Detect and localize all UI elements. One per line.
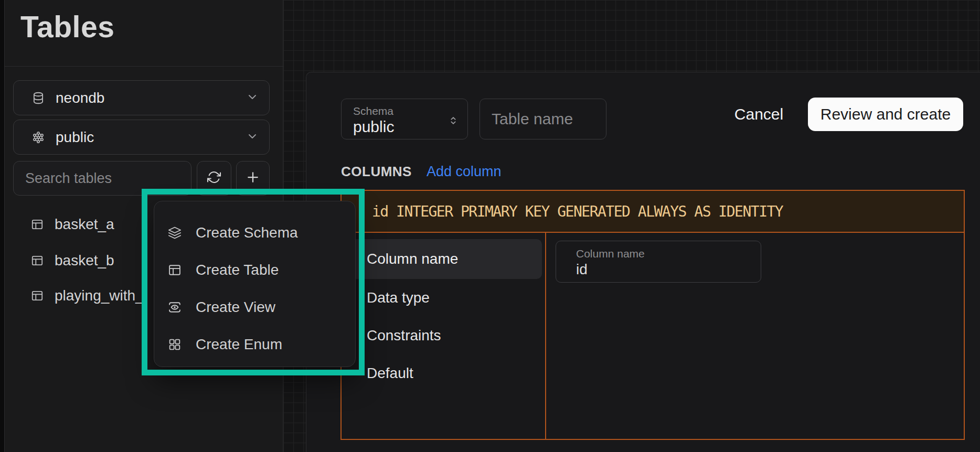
column-editor-body: Column name Data type Constraints Defaul… (342, 233, 964, 439)
database-icon (31, 91, 45, 105)
schema-field-select[interactable]: Schema public (341, 99, 468, 139)
nav-item-column-name[interactable]: Column name (347, 239, 542, 279)
column-editor-detail: Column name id (546, 233, 964, 439)
table-name: basket_a (55, 216, 114, 233)
nav-item-constraints[interactable]: Constraints (342, 317, 545, 354)
table-icon (30, 254, 44, 267)
create-table-panel: Schema public Cancel Review and create C… (306, 72, 980, 452)
enum-icon (167, 337, 182, 352)
chevron-down-icon (246, 130, 259, 145)
columns-header-row: COLUMNS Add column (341, 164, 502, 180)
table-icon (30, 289, 44, 303)
page-title: Tables (20, 9, 114, 44)
schema-select[interactable]: public (13, 120, 270, 155)
menu-item-label: Create Table (196, 262, 279, 278)
create-menu: Create Schema Create Table Create View C… (154, 201, 356, 367)
refresh-icon (207, 170, 221, 187)
table-icon (167, 263, 182, 277)
sidebar-divider (5, 66, 284, 67)
table-name-input[interactable] (480, 99, 606, 139)
nav-item-default[interactable]: Default (342, 354, 545, 392)
columns-section-label: COLUMNS (341, 164, 412, 180)
nav-item-data-type[interactable]: Data type (342, 279, 545, 317)
database-select-value: neondb (56, 90, 104, 106)
chevron-updown-icon (448, 113, 459, 131)
table-name: playing_with_ (55, 287, 144, 304)
table-icon (30, 218, 44, 231)
column-name-input[interactable]: Column name id (556, 241, 761, 283)
menu-item-create-enum[interactable]: Create Enum (154, 326, 355, 363)
layers-icon (167, 225, 182, 240)
review-and-create-button[interactable]: Review and create (808, 98, 963, 131)
plus-icon (245, 169, 261, 187)
view-icon (167, 300, 182, 315)
table-name: basket_b (55, 252, 114, 269)
column-name-input-label: Column name (576, 247, 761, 260)
column-editor: id INTEGER PRIMARY KEY GENERATED ALWAYS … (340, 190, 965, 440)
create-button[interactable] (236, 161, 270, 196)
chevron-down-icon (246, 91, 259, 105)
column-editor-nav: Column name Data type Constraints Defaul… (342, 233, 546, 439)
menu-item-label: Create Schema (196, 224, 298, 241)
refresh-button[interactable] (197, 161, 231, 196)
tables-page: Tables neondb public (0, 0, 980, 452)
schema-select-value: public (56, 129, 94, 146)
search-tables-input[interactable] (13, 161, 191, 196)
schema-icon (31, 131, 45, 144)
database-select[interactable]: neondb (13, 80, 270, 115)
add-column-link[interactable]: Add column (427, 164, 502, 180)
menu-item-create-schema[interactable]: Create Schema (154, 214, 355, 251)
menu-item-label: Create Enum (196, 336, 282, 353)
cancel-button[interactable]: Cancel (726, 98, 792, 131)
menu-item-create-view[interactable]: Create View (154, 288, 355, 326)
column-name-input-value: id (576, 261, 761, 278)
column-sql-preview: id INTEGER PRIMARY KEY GENERATED ALWAYS … (342, 191, 964, 233)
menu-item-label: Create View (196, 299, 275, 316)
menu-item-create-table[interactable]: Create Table (154, 251, 355, 288)
